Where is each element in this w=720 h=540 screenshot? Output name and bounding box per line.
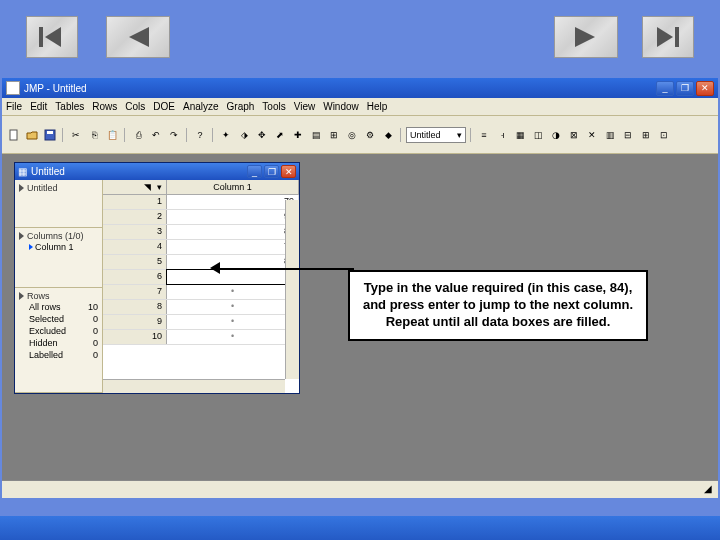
column-header[interactable]: Column 1 (167, 180, 299, 194)
chart4-icon[interactable]: ◫ (530, 127, 546, 143)
tool9-icon[interactable]: ⚙ (362, 127, 378, 143)
nav-last-button[interactable] (642, 16, 694, 58)
nav-prev-button[interactable] (106, 16, 170, 58)
row-number[interactable]: 10 (103, 330, 167, 344)
menubar: File Edit Tables Rows Cols DOE Analyze G… (2, 98, 718, 116)
data-cell[interactable]: 97 (167, 210, 299, 224)
menu-analyze[interactable]: Analyze (183, 101, 219, 112)
row-number[interactable]: 2 (103, 210, 167, 224)
save-icon[interactable] (42, 127, 58, 143)
row-number[interactable]: 4 (103, 240, 167, 254)
chart1-icon[interactable]: ≡ (476, 127, 492, 143)
column-item[interactable]: Column 1 (19, 241, 98, 253)
data-cell[interactable]: • (167, 315, 299, 329)
table-row: 179 (103, 195, 299, 210)
tool8-icon[interactable]: ◎ (344, 127, 360, 143)
chart5-icon[interactable]: ◑ (548, 127, 564, 143)
nav-first-button[interactable] (26, 16, 78, 58)
data-table-window: ▦ Untitled _ ❐ ✕ Untitled Columns (1 (14, 162, 300, 394)
horizontal-scrollbar[interactable] (103, 379, 285, 393)
data-grid: ◥▾ Column 1 17929738347858067•8•9•10• (103, 180, 299, 393)
source-panel-head[interactable]: Untitled (19, 183, 98, 193)
data-cell[interactable] (167, 270, 299, 284)
menu-file[interactable]: File (6, 101, 22, 112)
menu-doe[interactable]: DOE (153, 101, 175, 112)
menu-tools[interactable]: Tools (262, 101, 285, 112)
table-row: 10• (103, 330, 299, 345)
open-icon[interactable] (24, 127, 40, 143)
tool1-icon[interactable]: ✦ (218, 127, 234, 143)
menu-help[interactable]: Help (367, 101, 388, 112)
chart2-icon[interactable]: ⫞ (494, 127, 510, 143)
data-cell[interactable]: • (167, 300, 299, 314)
row-number[interactable]: 1 (103, 195, 167, 209)
data-cell[interactable]: • (167, 330, 299, 344)
app-title: JMP - Untitled (24, 83, 656, 94)
table-row: 9• (103, 315, 299, 330)
row-number[interactable]: 3 (103, 225, 167, 239)
dataset-combo[interactable]: Untitled▾ (406, 127, 466, 143)
svg-marker-1 (45, 27, 61, 47)
tool7-icon[interactable]: ⊞ (326, 127, 342, 143)
close-button[interactable]: ✕ (696, 81, 714, 96)
chart6-icon[interactable]: ⊠ (566, 127, 582, 143)
help-icon[interactable]: ? (192, 127, 208, 143)
tool4-icon[interactable]: ⬈ (272, 127, 288, 143)
resize-grip-icon[interactable]: ◢ (684, 483, 712, 497)
chart8-icon[interactable]: ▥ (602, 127, 618, 143)
cell-input[interactable] (171, 271, 294, 281)
data-cell[interactable]: 79 (167, 195, 299, 209)
data-table-title: Untitled (31, 166, 247, 177)
maximize-button[interactable]: ❐ (676, 81, 694, 96)
table-row: 478 (103, 240, 299, 255)
print-icon[interactable]: ⎙ (130, 127, 146, 143)
menu-view[interactable]: View (294, 101, 316, 112)
chart9-icon[interactable]: ⊟ (620, 127, 636, 143)
svg-marker-4 (657, 27, 673, 47)
taskbar (0, 516, 720, 540)
tool2-icon[interactable]: ⬗ (236, 127, 252, 143)
new-icon[interactable] (6, 127, 22, 143)
sub-close-button[interactable]: ✕ (281, 165, 296, 178)
columns-panel-head[interactable]: Columns (1/0) (19, 231, 98, 241)
left-panel: Untitled Columns (1/0) Column 1 Rows All… (15, 180, 103, 393)
menu-window[interactable]: Window (323, 101, 359, 112)
rows-stat: Hidden0 (19, 337, 98, 349)
table-row: 8• (103, 300, 299, 315)
tool10-icon[interactable]: ◆ (380, 127, 396, 143)
menu-tables[interactable]: Tables (55, 101, 84, 112)
row-number[interactable]: 6 (103, 270, 167, 284)
tool6-icon[interactable]: ▤ (308, 127, 324, 143)
tool3-icon[interactable]: ✥ (254, 127, 270, 143)
data-cell[interactable]: 80 (167, 255, 299, 269)
chart10-icon[interactable]: ⊞ (638, 127, 654, 143)
svg-rect-6 (10, 130, 17, 140)
cut-icon[interactable]: ✂ (68, 127, 84, 143)
chart11-icon[interactable]: ⊡ (656, 127, 672, 143)
menu-cols[interactable]: Cols (125, 101, 145, 112)
row-number[interactable]: 7 (103, 285, 167, 299)
redo-icon[interactable]: ↷ (166, 127, 182, 143)
menu-edit[interactable]: Edit (30, 101, 47, 112)
rows-panel-head[interactable]: Rows (19, 291, 98, 301)
data-cell[interactable]: 83 (167, 225, 299, 239)
menu-graph[interactable]: Graph (227, 101, 255, 112)
row-number[interactable]: 5 (103, 255, 167, 269)
chart3-icon[interactable]: ▦ (512, 127, 528, 143)
data-cell[interactable]: • (167, 285, 299, 299)
grid-corner[interactable]: ◥▾ (103, 180, 167, 194)
tool5-icon[interactable]: ✚ (290, 127, 306, 143)
vertical-scrollbar[interactable] (285, 200, 299, 379)
data-cell[interactable]: 78 (167, 240, 299, 254)
nav-next-button[interactable] (554, 16, 618, 58)
menu-rows[interactable]: Rows (92, 101, 117, 112)
row-number[interactable]: 9 (103, 315, 167, 329)
copy-icon[interactable]: ⎘ (86, 127, 102, 143)
chart7-icon[interactable]: ✕ (584, 127, 600, 143)
sub-minimize-button[interactable]: _ (247, 165, 262, 178)
minimize-button[interactable]: _ (656, 81, 674, 96)
sub-maximize-button[interactable]: ❐ (264, 165, 279, 178)
undo-icon[interactable]: ↶ (148, 127, 164, 143)
row-number[interactable]: 8 (103, 300, 167, 314)
paste-icon[interactable]: 📋 (104, 127, 120, 143)
